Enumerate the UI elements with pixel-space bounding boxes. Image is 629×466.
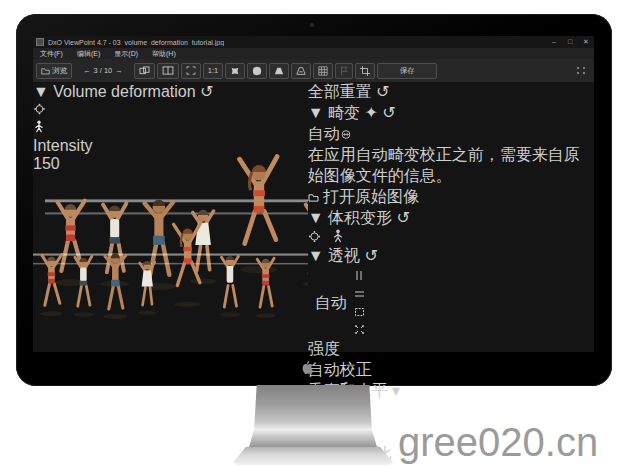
webcam-dot [310,23,314,27]
section-reset-icon[interactable]: ↺ [396,209,409,226]
next-image-button[interactable]: → [112,66,126,75]
perspective-icon [274,66,284,76]
crop-icon [360,66,370,76]
compare-button[interactable] [134,63,155,79]
close-button[interactable]: ✕ [578,38,594,46]
volume-tool-button[interactable] [247,63,267,79]
folder-icon [308,193,319,202]
distortion-icon [230,66,240,76]
person-icon [33,120,45,133]
fit-screen-icon [186,66,196,75]
image-canvas: ▼ Volume deformation ↺ [33,82,308,352]
chevron-down-icon: ▼ [308,209,324,226]
force-horizontal-button[interactable] [354,285,365,303]
person-icon [332,229,344,243]
compare-icon [139,66,150,75]
section-volume: ▼ 体积变形 ↺ [308,208,594,246]
distortion-tool-button[interactable] [225,63,245,79]
monitor-stand-neck [249,385,377,447]
flag-button[interactable] [335,63,353,79]
menu-file[interactable]: 文件(F) [33,49,70,59]
fit-screen-button[interactable] [181,63,201,79]
intensity-row: 强度 [308,339,594,360]
scene: DxO ViewPoint 4.7 - 03_volume_deformatio… [0,0,629,466]
crop-button[interactable] [355,63,375,79]
chevron-down-icon: ▼ [308,247,324,264]
open-original-row[interactable]: 打开原始图像 [308,187,594,208]
browse-button[interactable]: 浏览 [36,63,72,79]
split-view-icon [162,66,174,75]
rectangle-icon [354,307,365,317]
image-navigator: ← 3 / 10 → [80,66,126,75]
tools-panel: 全部重置 ↺ ▼ 畸变 ✦ ↺ [308,82,594,352]
fullscreen-icon [577,67,579,69]
menu-help[interactable]: 帮助(H) [145,49,183,59]
grid-button[interactable] [313,63,333,79]
section-distortion-body: 自动 在应用自动畸变校正之前，需要来自原始图像文件的信息。 [308,124,594,208]
slider-label: 强度 [308,340,340,357]
monitor-stand-base [231,447,395,465]
watermark-text: gree020.cn [398,420,598,465]
minimize-button[interactable]: – [546,38,562,46]
fullscreen-icon [583,72,585,74]
inset-people-illustration [33,173,308,352]
app-icon [36,38,44,46]
section-volume-title: 体积变形 [328,209,392,226]
folder-icon [41,67,50,75]
section-reset-icon[interactable]: ↺ [382,104,395,121]
browse-label: 浏览 [52,66,67,76]
fullscreen-icon [577,72,579,74]
split-view-button[interactable] [157,63,179,79]
zoom-100-button[interactable]: 1:1 [203,63,223,79]
section-volume-body [308,229,594,246]
app-window: DxO ViewPoint 4.7 - 03_volume_deformatio… [33,36,594,352]
dropdown-label: 自动校正 [308,361,372,378]
eight-points-button[interactable] [354,321,365,339]
volume-hv-button[interactable] [332,229,356,246]
menu-view[interactable]: 显示(D) [107,49,145,59]
fullscreen-icon [583,67,585,69]
section-volume-header[interactable]: ▼ 体积变形 ↺ [308,208,594,229]
grid-icon [318,66,328,76]
section-distortion-title: 畸变 [328,104,360,121]
prev-image-button[interactable]: ← [80,66,94,75]
save-label: 保存 [400,66,415,76]
volume-spherical-button[interactable] [308,229,332,246]
main-content: ▼ Volume deformation ↺ [33,82,594,352]
section-reset-icon[interactable]: ↺ [364,247,377,264]
title-bar: DxO ViewPoint 4.7 - 03_volume_deformatio… [33,36,594,48]
inset-preview [33,173,308,352]
menu-edit[interactable]: 编辑(E) [70,49,107,59]
zoom-100-label: 1:1 [208,66,218,75]
fullscreen-button[interactable] [577,67,586,74]
reset-all-label[interactable]: 全部重置 [308,83,372,100]
maximize-button[interactable]: □ [562,38,578,46]
section-distortion-header[interactable]: ▼ 畸变 ✦ ↺ [308,103,594,124]
save-button[interactable]: 保存 [377,63,437,79]
miniature-tool-button[interactable] [291,63,311,79]
chevron-down-icon: ▾ [392,382,400,399]
distortion-note: 在应用自动畸变校正之前，需要来自原始图像文件的信息。 [308,145,594,187]
auto-label: 自动 [315,294,347,311]
distortion-auto-button[interactable]: 自动 [308,124,340,145]
section-perspective-header[interactable]: ▼ 透视 ↺ [308,246,594,267]
reset-all-icon[interactable]: ↺ [376,83,389,100]
horizontal-lines-icon [354,289,365,299]
flag-icon [340,66,348,76]
volume-deformation-icon [252,66,262,76]
apple-logo [300,358,316,377]
rectangle-button[interactable] [354,303,365,321]
perspective-tool-button[interactable] [269,63,289,79]
toolbar: 浏览 ← 3 / 10 → [33,59,594,83]
distortion-manual-button[interactable] [340,126,352,144]
perspective-auto-button[interactable]: 自动 [308,293,354,314]
window-title: DxO ViewPoint 4.7 - 03_volume_deformatio… [48,39,224,46]
miniature-icon [296,66,306,76]
image-counter: 3 / 10 [94,66,113,75]
magic-icon: ✦ [364,104,377,121]
section-perspective-title: 透视 [328,247,360,264]
circle-arrows-icon [340,129,352,140]
open-original-link[interactable]: 打开原始图像 [323,188,419,205]
force-vertical-button[interactable] [354,267,365,285]
inset-beach-scene [33,173,308,352]
